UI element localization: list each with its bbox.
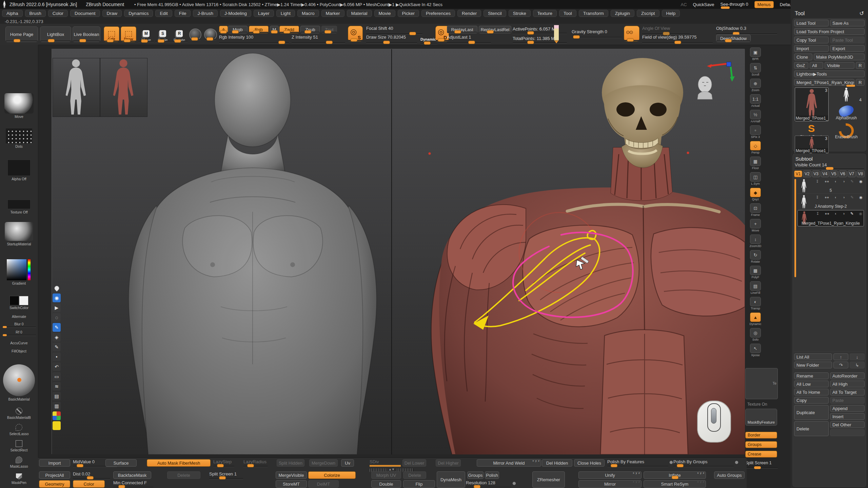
slider-knob[interactable] (278, 41, 285, 44)
contrast-icon[interactable]: ◑ (843, 179, 845, 184)
right-shelf-button[interactable]: ½ AAHalf (747, 110, 764, 123)
tray-item[interactable]: Smooth (0, 486, 38, 488)
ac-toggle[interactable]: AC (680, 2, 687, 7)
right-shelf-button[interactable]: ↖ Xpose (747, 344, 764, 357)
annotation-tool-icon[interactable]: ◉ (53, 293, 61, 302)
see-through-knob[interactable] (721, 6, 730, 9)
slider-knob[interactable] (220, 30, 227, 34)
slider-knob[interactable] (118, 485, 125, 488)
paintbrush-icon[interactable]: ✎ (850, 195, 853, 200)
right-shelf-button[interactable]: ⊡ Frame (747, 203, 764, 217)
flatten-icon[interactable]: ↧ (816, 195, 819, 200)
visibility-tab[interactable]: V8 (856, 170, 865, 177)
subtool-row[interactable]: ↧ ●● ◐ ◑ ✎ ◉ 5 (797, 178, 864, 194)
right-shelf-icon[interactable]: ↻ (750, 250, 761, 260)
shelf-control[interactable]: Zadd (279, 26, 299, 33)
tray-thumbnail[interactable] (16, 473, 22, 480)
shelf-control[interactable]: Live Boolean (73, 26, 100, 42)
paintbrush-icon[interactable]: ✎ (850, 179, 853, 184)
flatten-icon[interactable]: ↧ (816, 179, 819, 184)
slider-knob[interactable] (141, 39, 148, 43)
bottom-control[interactable]: Double (371, 480, 401, 488)
bottom-control[interactable]: Delete (167, 471, 200, 479)
menu-item[interactable]: Brush (25, 10, 46, 17)
menu-item[interactable]: Texture (533, 10, 557, 17)
right-shelf-button[interactable]: ◎ Solo (747, 328, 764, 341)
paste-tool-button[interactable]: Paste Tool (830, 37, 865, 43)
annotation-tool-icon[interactable]: ✎ (53, 343, 61, 351)
menu-item[interactable]: Layer (254, 10, 274, 17)
tray-thumbnail[interactable] (16, 456, 22, 463)
slider-knob[interactable] (283, 30, 290, 34)
tray-item[interactable]: SwitchColor (0, 287, 38, 310)
all-to-home-button[interactable]: All To Home (794, 389, 829, 395)
duplicate-button[interactable]: Duplicate (794, 405, 829, 420)
shelf-control[interactable] (624, 26, 639, 41)
preview-thumbnail-gray[interactable] (53, 58, 100, 117)
shelf-control[interactable]: Gravity Strength 0 (572, 29, 622, 38)
menu-item[interactable]: Dynamics (124, 10, 153, 17)
bottom-control[interactable]: Uv (341, 459, 354, 467)
shelf-control[interactable]: Draw Size 70.82045 (366, 35, 417, 43)
menu-item[interactable]: Picker (398, 10, 419, 17)
camview-head[interactable] (693, 76, 717, 101)
shelf-control[interactable]: Dynamic (420, 37, 437, 44)
tray-item[interactable]: Dots (0, 121, 38, 148)
subtool-list-empty-area[interactable] (794, 227, 865, 351)
bottom-control[interactable]: Polish By Features (607, 459, 668, 467)
bottom-control[interactable]: Geometry (39, 480, 70, 488)
copy-subtool-button[interactable]: Copy (794, 397, 829, 404)
visibility-tab[interactable]: V3 (812, 170, 820, 177)
bottom-control[interactable]: ProjectAll (39, 471, 70, 479)
slider-knob[interactable] (219, 476, 226, 480)
preview-thumbnail-anatomy[interactable] (100, 58, 147, 117)
annotation-tool-icon[interactable]: ▭ (53, 372, 61, 381)
slider-knob[interactable] (247, 464, 254, 467)
bottom-control[interactable]: MergeVisible (276, 471, 307, 479)
shelf-control[interactable]: Mrgb (228, 26, 248, 33)
shelf-control[interactable]: LightBox (40, 26, 71, 42)
menu-item[interactable]: Macro (297, 10, 319, 17)
bottom-control[interactable]: Resolution 128 (466, 480, 511, 488)
reset-icon[interactable]: ↺ (860, 10, 864, 17)
slider-knob[interactable] (754, 466, 761, 469)
menu-item[interactable]: Document (70, 10, 100, 17)
shelf-control[interactable]: DeepShadow (716, 35, 751, 42)
bottom-control[interactable]: SDiv (370, 459, 401, 467)
move-down-button[interactable]: ↓ (850, 353, 865, 360)
slider-knob[interactable] (527, 31, 534, 35)
load-tools-from-project-button[interactable]: Load Tools From Project (794, 28, 865, 35)
all-to-target-button[interactable]: All To Target (830, 389, 865, 395)
slider-knob[interactable] (383, 41, 390, 44)
polymesh-thumbnail[interactable]: 4 (830, 87, 863, 102)
bottom-control[interactable]: StoreMT (276, 480, 307, 488)
shelf-control[interactable]: Home Page (5, 26, 38, 42)
bottom-control[interactable]: Surface (105, 459, 137, 467)
right-shelf-button[interactable]: ⇅ Scroll (747, 63, 764, 76)
tray-thumbnail[interactable] (16, 408, 22, 414)
bottom-control[interactable]: Colorize (308, 471, 356, 479)
split-screen-slider[interactable]: Split Screen 1 (745, 460, 778, 468)
tray-item[interactable]: Alternate (0, 312, 38, 319)
tray-item[interactable]: AccuCurve (0, 338, 38, 345)
slider-knob[interactable] (487, 30, 494, 34)
see-through-slider[interactable]: See-through 0 (720, 2, 748, 7)
menu-item[interactable]: Light (276, 10, 295, 17)
slider-knob[interactable] (191, 37, 198, 41)
sculpt-viewport[interactable] (52, 49, 745, 454)
right-shelf-icon[interactable]: ◇ (750, 141, 761, 150)
visible-count-slider[interactable]: Visible Count 14 (795, 162, 864, 169)
menu-item[interactable]: Edit (155, 10, 172, 17)
right-shelf-button[interactable]: + Move (747, 219, 764, 232)
bottom-control[interactable]: LazyRadius (243, 459, 268, 467)
shelf-control[interactable]: AdjustLast 1 (447, 35, 491, 43)
autoreorder-button[interactable]: AutoReorder (830, 372, 865, 379)
visibility-tab[interactable]: V2 (803, 170, 811, 177)
bottom-control[interactable]: Dist 0.02 (73, 471, 110, 479)
slider-knob[interactable] (573, 35, 580, 39)
groups-button[interactable]: Groups (745, 441, 777, 448)
menu-item[interactable]: Stroke (509, 10, 531, 17)
slider-knob[interactable] (48, 39, 55, 42)
menu-item[interactable]: Movie (374, 10, 395, 17)
shelf-control[interactable]: Zcut (321, 26, 337, 33)
